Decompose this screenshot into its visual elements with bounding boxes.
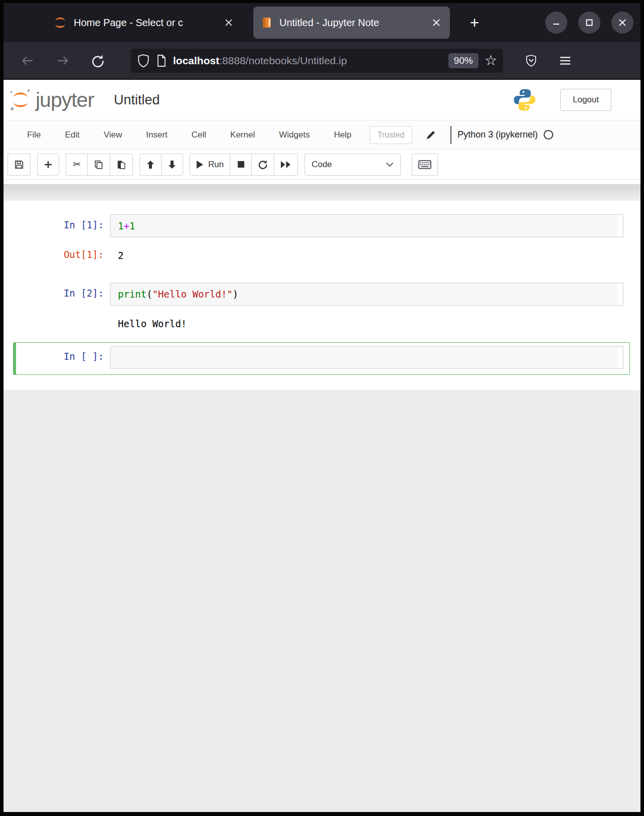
url-host: localhost [173,55,219,66]
minimize-button[interactable] [545,12,567,34]
scissors-icon: ✂ [73,160,81,169]
logout-button[interactable]: Logout [560,89,611,111]
url-bar[interactable]: localhost:8888/notebooks/Untitled.ip 90%… [131,49,503,73]
add-cell-button[interactable] [37,154,59,176]
code-token: + [123,220,129,231]
run-label: Run [208,160,224,170]
stop-icon [237,161,245,168]
jupyter-toolbar: ✂ Run [4,150,640,180]
code-input-area[interactable]: 1+1 [110,214,623,237]
new-tab-button[interactable]: + [464,12,485,33]
edit-mode-pencil-icon [425,129,436,141]
tab-home-page[interactable]: Home Page - Select or c [46,7,242,39]
move-cell-down-button[interactable] [161,154,183,176]
url-text[interactable]: localhost:8888/notebooks/Untitled.ip [173,55,442,67]
keyboard-icon [418,160,431,169]
zoom-level-badge[interactable]: 90% [448,53,478,68]
menu-help[interactable]: Help [322,130,364,140]
tab-title: Home Page - Select or c [74,17,216,29]
url-path: :8888/notebooks/Untitled.ip [219,55,347,66]
move-cell-up-button[interactable] [139,154,162,176]
restart-kernel-button[interactable] [251,154,274,176]
toolbar-gap [4,180,640,184]
save-button[interactable] [8,154,31,176]
menu-view[interactable]: View [92,130,134,140]
jupyter-brand-text: jupyter [36,88,94,112]
cell-type-value: Code [311,160,332,170]
paste-cell-button[interactable] [110,154,133,176]
input-prompt: In [2]: [16,283,110,306]
output-prompt-empty [16,317,110,330]
interrupt-kernel-button[interactable] [230,154,252,176]
cut-cell-button[interactable]: ✂ [66,154,88,176]
window-controls [545,12,640,34]
cell-type-dropdown[interactable]: Code [304,154,401,176]
play-icon [196,160,204,169]
menubar-divider [450,126,451,144]
menu-edit[interactable]: Edit [53,130,91,140]
code-token: ( [146,289,152,300]
tab-title: Untitled - Jupyter Note [279,17,424,29]
extension-shield-icon[interactable] [524,54,538,68]
code-cell-3-selected[interactable]: In [ ]: [13,342,630,375]
shield-icon[interactable] [137,54,150,68]
fast-forward-icon [280,161,291,169]
back-icon[interactable] [19,52,37,70]
jupyter-logo[interactable]: jupyter [9,88,94,112]
jupyter-menubar: File Edit View Insert Cell Kernel Widget… [4,120,640,150]
input-prompt: In [1]: [16,214,110,237]
kernel-name-label: Python 3 (ipykernel) [457,129,538,140]
notebook-site: In [1]: 1+1 Out[1]: 2 In [2]: print("Hel… [4,180,640,812]
tab-close-icon[interactable] [222,16,235,29]
trusted-button[interactable]: Trusted [370,126,413,144]
menu-cell[interactable]: Cell [180,130,218,140]
jupyter-page: jupyter Untitled Logout File Edit View I… [4,80,640,812]
menu-widgets[interactable]: Widgets [267,130,321,140]
jupyter-header: jupyter Untitled Logout [4,80,640,120]
kernel-status-icon [544,130,553,140]
browser-tab-bar: Home Page - Select or c Untitled - Jupyt… [4,3,640,42]
page-info-icon[interactable] [156,54,167,67]
notebook-container: In [1]: 1+1 Out[1]: 2 In [2]: print("Hel… [4,201,640,390]
tab-untitled-notebook[interactable]: Untitled - Jupyter Note [253,7,450,39]
code-input-area-empty[interactable] [110,346,623,369]
menu-insert[interactable]: Insert [134,130,180,140]
menu-file[interactable]: File [15,130,53,140]
restart-icon [258,160,268,170]
output-row-2: Hello World! [16,310,630,336]
code-token: print [118,289,146,300]
bookmark-star-icon[interactable]: ☆ [485,54,497,68]
browser-toolbar: localhost:8888/notebooks/Untitled.ip 90%… [4,42,640,80]
close-window-button[interactable] [611,12,633,34]
output-row-1: Out[1]: 2 [16,242,630,272]
maximize-button[interactable] [578,12,600,34]
forward-icon[interactable] [54,52,72,70]
toolbar-right-icons [524,54,572,68]
output-prompt: Out[1]: [16,249,110,262]
header-shadow-band [4,184,640,201]
reload-icon[interactable] [89,52,107,70]
browser-window: Home Page - Select or c Untitled - Jupyt… [4,3,640,812]
copy-cell-button[interactable] [87,154,110,176]
menu-kernel[interactable]: Kernel [218,130,267,140]
code-token: 1 [118,220,123,231]
code-input-area[interactable]: print("Hello World!") [110,283,623,306]
input-prompt: In [ ]: [16,346,110,369]
output-text: Hello World! [110,317,630,330]
command-palette-button[interactable] [412,154,438,176]
restart-run-all-button[interactable] [274,154,298,176]
python-logo-icon [512,87,537,112]
code-cell-1[interactable]: In [1]: 1+1 [13,211,630,241]
jupyter-logo-icon [9,88,33,112]
code-cell-2[interactable]: In [2]: print("Hello World!") [13,279,630,309]
run-cell-button[interactable]: Run [190,154,230,176]
output-value: 2 [110,249,630,262]
code-token: "Hello World!" [152,289,233,300]
notebook-book-icon [260,16,273,29]
jupyter-spinner-icon [53,15,68,30]
notebook-title[interactable]: Untitled [114,92,160,108]
menu-hamburger-icon[interactable] [558,54,572,68]
tab-close-icon[interactable] [430,16,443,29]
code-token: ) [233,289,238,300]
chevron-down-icon [386,162,394,167]
